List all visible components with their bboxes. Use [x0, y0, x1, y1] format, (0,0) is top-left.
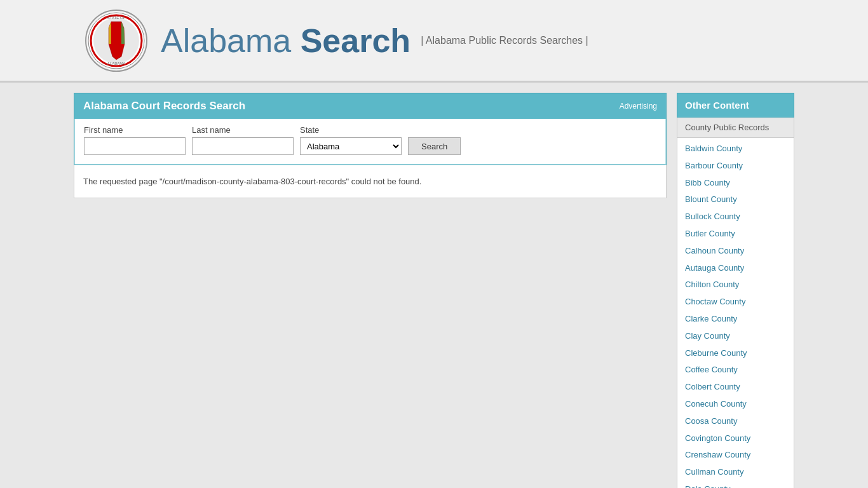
county-link[interactable]: Clay County	[677, 328, 794, 345]
svg-text:STATE OF: STATE OF	[107, 16, 126, 20]
county-link[interactable]: Choctaw County	[677, 294, 794, 311]
county-link[interactable]: Bullock County	[677, 208, 794, 226]
first-name-input[interactable]	[84, 137, 186, 155]
county-link[interactable]: Bibb County	[677, 175, 794, 192]
county-link[interactable]: Crenshaw County	[677, 447, 794, 464]
county-link[interactable]: Conecuh County	[677, 396, 794, 413]
county-link[interactable]: Clarke County	[677, 311, 794, 328]
state-select[interactable]: AlabamaAlaskaArizonaArkansasCaliforniaCo…	[300, 137, 402, 155]
advertising-link[interactable]: Advertising	[620, 102, 657, 111]
sidebar: Other Content County Public Records Bald…	[677, 93, 794, 488]
county-link[interactable]: Covington County	[677, 430, 794, 447]
sidebar-section-title: County Public Records	[677, 118, 794, 138]
site-subtitle: | Alabama Public Records Searches |	[421, 35, 588, 46]
last-name-label: Last name	[192, 125, 294, 135]
error-message: The requested page "/court/madison-count…	[83, 177, 421, 186]
state-label: State	[300, 125, 402, 135]
county-link[interactable]: Autauga County	[677, 260, 794, 277]
state-group: State AlabamaAlaskaArizonaArkansasCalifo…	[300, 125, 402, 155]
search-box-header: Alabama Court Records Search Advertising	[74, 93, 666, 119]
search-box: Alabama Court Records Search Advertising…	[74, 93, 667, 165]
title-bold: Search	[301, 22, 410, 59]
county-link[interactable]: Cleburne County	[677, 345, 794, 362]
search-form-area: First name Last name State AlabamaAlaska…	[74, 119, 666, 165]
svg-text:ALABAMA: ALABAMA	[107, 62, 125, 65]
county-link[interactable]: Cullman County	[677, 464, 794, 481]
error-panel: The requested page "/court/madison-count…	[74, 165, 667, 198]
county-link[interactable]: Dale County	[677, 481, 794, 488]
main-wrapper: Alabama Court Records Search Advertising…	[69, 83, 799, 488]
county-link[interactable]: Coosa County	[677, 413, 794, 430]
search-box-title: Alabama Court Records Search	[83, 100, 245, 112]
site-header: STATE OF ALABAMA Alabama Search | Alabam…	[0, 0, 868, 83]
site-title-block: Alabama Search | Alabama Public Records …	[161, 24, 588, 57]
county-link[interactable]: Butler County	[677, 226, 794, 243]
county-link[interactable]: Blount County	[677, 191, 794, 208]
county-link[interactable]: Coffee County	[677, 362, 794, 379]
county-link[interactable]: Chilton County	[677, 276, 794, 294]
last-name-group: Last name	[192, 125, 294, 155]
county-link[interactable]: Baldwin County	[677, 140, 794, 158]
search-fields: First name Last name State AlabamaAlaska…	[84, 125, 656, 155]
last-name-input[interactable]	[192, 137, 294, 155]
first-name-label: First name	[84, 125, 186, 135]
sidebar-header: Other Content	[677, 93, 794, 118]
sidebar-links: Baldwin CountyBarbour CountyBibb CountyB…	[677, 138, 794, 488]
site-title: Alabama Search	[161, 24, 410, 57]
title-plain: Alabama	[161, 22, 291, 59]
county-link[interactable]: Calhoun County	[677, 243, 794, 260]
state-seal: STATE OF ALABAMA	[85, 9, 148, 72]
content-area: Alabama Court Records Search Advertising…	[74, 93, 667, 488]
search-button[interactable]: Search	[408, 137, 461, 155]
county-link[interactable]: Barbour County	[677, 158, 794, 175]
county-link[interactable]: Colbert County	[677, 379, 794, 396]
first-name-group: First name	[84, 125, 186, 155]
